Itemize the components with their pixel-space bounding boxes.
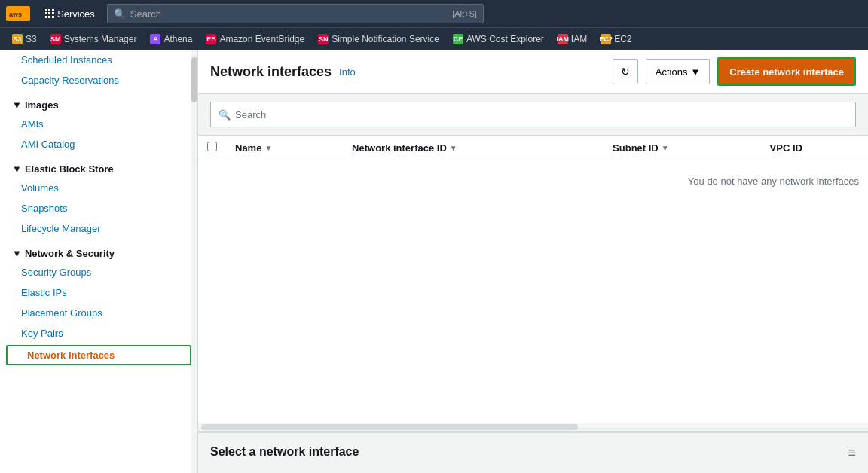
top-nav: aws Services 🔍 [Alt+S] bbox=[0, 0, 868, 27]
bookmark-icon-athena: A bbox=[150, 34, 160, 44]
search-shortcut: [Alt+S] bbox=[452, 9, 477, 18]
sidebar-item-key-pairs[interactable]: Key Pairs bbox=[0, 323, 197, 343]
refresh-button[interactable]: ↻ bbox=[613, 59, 638, 84]
empty-message: You do not have any network interfaces bbox=[198, 160, 868, 203]
bookmark-label-ec2: EC2 bbox=[614, 34, 631, 44]
bottom-panel: Select a network interface ≡ bbox=[198, 432, 868, 473]
info-link[interactable]: Info bbox=[339, 66, 356, 78]
bookmark-systems-manager[interactable]: SMSystems Manager bbox=[44, 32, 143, 46]
content-search-bar[interactable]: 🔍 bbox=[210, 102, 856, 127]
global-search-input[interactable] bbox=[130, 8, 448, 20]
create-network-interface-button[interactable]: Create network interface bbox=[717, 57, 856, 86]
bookmark-label-cost-explorer: AWS Cost Explorer bbox=[466, 34, 544, 44]
bookmark-icon-iam: IAM bbox=[558, 34, 568, 44]
sidebar-item-scheduled-instances[interactable]: Scheduled Instances bbox=[0, 50, 197, 70]
sidebar-section-images[interactable]: ▼ Images bbox=[0, 90, 197, 114]
page-title: Network interfaces bbox=[210, 64, 332, 80]
sidebar-item-capacity-reservations[interactable]: Capacity Reservations bbox=[0, 70, 197, 90]
sidebar-section-ebs[interactable]: ▼ Elastic Block Store bbox=[0, 154, 197, 178]
th-vpc-id[interactable]: VPC ID bbox=[761, 136, 868, 160]
bookmark-label-sns: Simple Notification Service bbox=[332, 34, 439, 44]
services-label: Services bbox=[57, 8, 95, 20]
sidebar-item-placement-groups[interactable]: Placement Groups bbox=[0, 303, 197, 323]
search-icon: 🔍 bbox=[114, 8, 126, 20]
bookmark-label-eventbridge: Amazon EventBridge bbox=[219, 34, 304, 44]
bookmark-icon-eventbridge: EB bbox=[206, 34, 216, 44]
bookmark-icon-s3: S3 bbox=[12, 34, 23, 44]
table-scrollbar-area[interactable] bbox=[198, 423, 868, 432]
sidebar-item-volumes[interactable]: Volumes bbox=[0, 178, 197, 198]
th-subnet-id-sort-icon: ▼ bbox=[662, 144, 669, 152]
bookmark-athena[interactable]: AAthena bbox=[144, 32, 198, 46]
th-network-interface-id-sort-icon: ▼ bbox=[450, 144, 457, 152]
bookmark-label-iam: IAM bbox=[571, 34, 587, 44]
bookmark-iam[interactable]: IAMIAM bbox=[552, 32, 593, 46]
th-name-label: Name bbox=[235, 142, 261, 154]
table-container: Name ▼ Network interface ID ▼ bbox=[198, 135, 868, 423]
bookmark-label-systems-manager: Systems Manager bbox=[64, 34, 137, 44]
sidebar-item-network-interfaces[interactable]: Network Interfaces bbox=[6, 345, 191, 365]
th-network-interface-id-label: Network interface ID bbox=[352, 142, 447, 154]
bookmark-icon-cost-explorer: CE bbox=[453, 34, 463, 44]
actions-button[interactable]: Actions ▼ bbox=[646, 59, 711, 84]
main-content: Network interfaces Info ↻ Actions ▼ Crea… bbox=[198, 50, 868, 473]
bookmark-label-s3: S3 bbox=[26, 34, 37, 44]
chevron-down-icon-ebs: ▼ bbox=[12, 163, 22, 175]
bookmark-sns[interactable]: SNSimple Notification Service bbox=[312, 32, 445, 46]
sidebar-item-lifecycle-manager[interactable]: Lifecycle Manager bbox=[0, 218, 197, 239]
th-vpc-id-label: VPC ID bbox=[770, 142, 802, 154]
bookmark-s3[interactable]: S3S3 bbox=[6, 32, 43, 46]
th-subnet-id[interactable]: Subnet ID ▼ bbox=[604, 136, 760, 160]
search-icon-content: 🔍 bbox=[219, 109, 231, 121]
bookmark-eventbridge[interactable]: EBAmazon EventBridge bbox=[200, 32, 310, 46]
sidebar-item-amis[interactable]: AMIs bbox=[0, 114, 197, 134]
bookmark-ec2[interactable]: EC2EC2 bbox=[594, 32, 637, 46]
empty-row: You do not have any network interfaces bbox=[198, 160, 868, 203]
bookmark-cost-explorer[interactable]: CEAWS Cost Explorer bbox=[447, 32, 550, 46]
bottom-panel-expand-icon[interactable]: ≡ bbox=[848, 445, 856, 461]
app-layout: Scheduled Instances Capacity Reservation… bbox=[0, 50, 868, 473]
grid-icon bbox=[45, 9, 54, 18]
th-network-interface-id[interactable]: Network interface ID ▼ bbox=[343, 136, 604, 160]
sidebar-section-network[interactable]: ▼ Network & Security bbox=[0, 239, 197, 262]
th-name[interactable]: Name ▼ bbox=[226, 136, 343, 160]
global-search-bar[interactable]: 🔍 [Alt+S] bbox=[107, 4, 484, 23]
bookmark-icon-systems-manager: SM bbox=[50, 34, 61, 44]
services-button[interactable]: Services bbox=[39, 5, 101, 23]
bottom-panel-title: Select a network interface bbox=[210, 445, 359, 459]
sidebar-item-elastic-ips[interactable]: Elastic IPs bbox=[0, 282, 197, 303]
content-search-input[interactable] bbox=[235, 109, 848, 121]
sidebar-item-ami-catalog[interactable]: AMI Catalog bbox=[0, 134, 197, 154]
chevron-down-icon-network: ▼ bbox=[12, 248, 22, 259]
th-name-sort-icon: ▼ bbox=[264, 144, 272, 152]
sidebar-item-security-groups[interactable]: Security Groups bbox=[0, 262, 197, 282]
bookmark-label-athena: Athena bbox=[164, 34, 192, 44]
select-all-checkbox-cell[interactable] bbox=[198, 136, 226, 160]
aws-logo-icon: aws bbox=[6, 6, 30, 21]
bookmark-icon-ec2: EC2 bbox=[601, 34, 611, 44]
sidebar-item-snapshots[interactable]: Snapshots bbox=[0, 198, 197, 218]
th-subnet-id-label: Subnet ID bbox=[613, 142, 659, 154]
aws-logo[interactable]: aws bbox=[6, 6, 30, 21]
sidebar: Scheduled Instances Capacity Reservation… bbox=[0, 50, 198, 473]
actions-label: Actions bbox=[656, 66, 688, 78]
select-all-checkbox[interactable] bbox=[207, 142, 217, 151]
bookmarks-bar: S3S3SMSystems ManagerAAthenaEBAmazon Eve… bbox=[0, 27, 868, 50]
chevron-down-icon: ▼ bbox=[12, 99, 22, 111]
page-header: Network interfaces Info ↻ Actions ▼ Crea… bbox=[198, 50, 868, 94]
svg-text:aws: aws bbox=[9, 11, 22, 18]
bookmark-icon-sns: SN bbox=[318, 34, 329, 44]
dropdown-icon: ▼ bbox=[690, 66, 700, 78]
table-scrollbar-track[interactable] bbox=[201, 424, 578, 430]
network-interfaces-table: Name ▼ Network interface ID ▼ bbox=[198, 136, 868, 202]
table-header-row: Name ▼ Network interface ID ▼ bbox=[198, 136, 868, 160]
